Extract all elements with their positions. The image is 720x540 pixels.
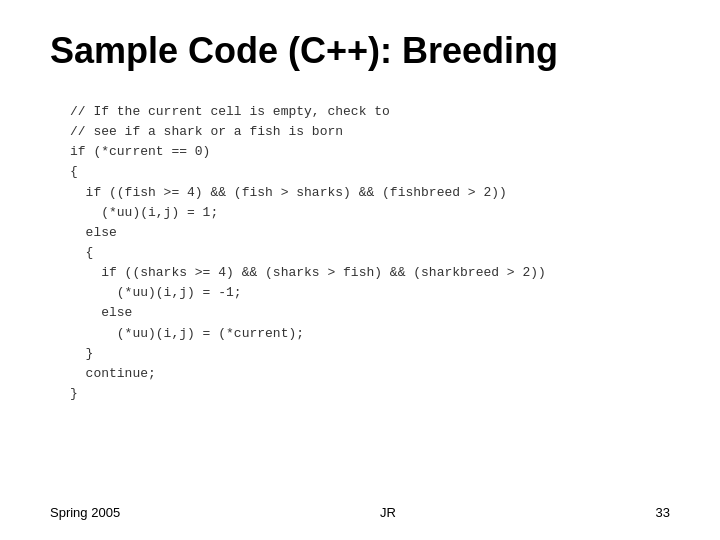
footer: Spring 2005 JR 33 (0, 505, 720, 520)
code-block: // If the current cell is empty, check t… (50, 92, 670, 414)
slide: Sample Code (C++): Breeding // If the cu… (0, 0, 720, 540)
footer-left: Spring 2005 (50, 505, 120, 520)
footer-center: JR (380, 505, 396, 520)
slide-title: Sample Code (C++): Breeding (50, 30, 670, 72)
footer-right: 33 (656, 505, 670, 520)
